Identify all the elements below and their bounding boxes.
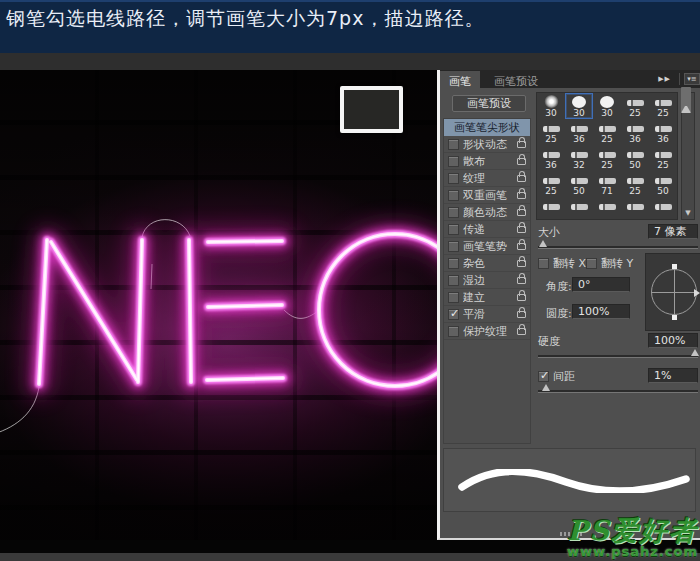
grid-scrollbar[interactable]: ▲ ▼ (681, 92, 695, 220)
brush-tip-cell[interactable]: 36 (537, 145, 565, 171)
tab-brush-presets[interactable]: 画笔预设 (485, 71, 547, 89)
angle-roundness-dial[interactable] (645, 253, 700, 331)
flip-x-box[interactable] (538, 258, 549, 269)
brush-tip-cell[interactable]: 30 (565, 93, 593, 119)
brush-tip-cell[interactable]: 25 (537, 119, 565, 145)
hardness-slider[interactable] (538, 355, 698, 358)
brush-tip-icon (627, 204, 644, 210)
brush-tip-cell[interactable]: 30 (593, 93, 621, 119)
option-checkbox[interactable] (448, 275, 459, 286)
canvas-popup-swatch (340, 86, 403, 133)
option-checkbox[interactable] (448, 326, 459, 337)
spacing-slider[interactable] (538, 390, 698, 393)
option-checkbox[interactable] (448, 190, 459, 201)
flip-y-checkbox[interactable]: 翻转 Y (586, 256, 633, 271)
lock-icon[interactable] (517, 226, 526, 233)
lock-icon[interactable] (517, 141, 526, 148)
lock-icon[interactable] (517, 243, 526, 250)
spacing-checkbox[interactable]: 间距 (538, 369, 575, 384)
panel-tab-bar: 画笔 画笔预设 ▶▶ ▾≡ (440, 70, 700, 88)
lock-icon[interactable] (517, 209, 526, 216)
stroke-preview (443, 448, 696, 512)
brush-tip-cell[interactable]: 30 (537, 93, 565, 119)
brush-tip-cell[interactable]: 25 (621, 93, 649, 119)
lock-icon[interactable] (517, 175, 526, 182)
brush-option-row[interactable]: 杂色 (444, 255, 530, 272)
tab-brush[interactable]: 画笔 (440, 71, 480, 89)
spacing-value-field[interactable]: 1% (648, 368, 698, 383)
size-slider[interactable] (538, 246, 698, 249)
brush-tip-cell[interactable]: 71 (593, 171, 621, 197)
option-checkbox[interactable] (448, 207, 459, 218)
brush-tip-cell[interactable]: 25 (537, 171, 565, 197)
option-checkbox[interactable] (448, 241, 459, 252)
tip-shape-item[interactable]: 画笔笔尖形状 (444, 119, 530, 136)
brush-option-row[interactable]: 传递 (444, 221, 530, 238)
brush-tip-cell[interactable] (593, 197, 621, 220)
option-checkbox[interactable] (448, 309, 459, 320)
option-checkbox[interactable] (448, 224, 459, 235)
spacing-box[interactable] (538, 371, 549, 382)
angle-input[interactable]: 0° (572, 277, 630, 292)
brush-tip-icon (655, 100, 672, 106)
brush-option-row[interactable]: 散布 (444, 153, 530, 170)
roundness-input[interactable]: 100% (572, 304, 630, 319)
lock-icon[interactable] (517, 277, 526, 284)
collapse-panel-icon[interactable]: ▶▶ (658, 75, 671, 83)
size-value-field[interactable]: 7 像素 (648, 224, 698, 239)
brush-presets-button[interactable]: 画笔预设 (452, 95, 526, 112)
brush-tip-cell[interactable]: 25 (649, 145, 677, 171)
panel-menu-icon[interactable]: ▾≡ (684, 73, 700, 85)
tab-separator (679, 73, 680, 85)
lock-icon[interactable] (517, 311, 526, 318)
brush-tip-cell[interactable]: 36 (649, 119, 677, 145)
brush-tip-cell[interactable]: 50 (649, 171, 677, 197)
brush-option-row[interactable]: 画笔笔势 (444, 238, 530, 255)
brush-option-row[interactable]: 保护纹理 (444, 323, 530, 340)
spacing-slider-thumb[interactable] (542, 384, 550, 391)
brush-tip-cell[interactable]: 25 (649, 93, 677, 119)
brush-tip-cell[interactable]: 36 (565, 119, 593, 145)
brush-option-row[interactable]: 双重画笔 (444, 187, 530, 204)
hardness-value-field[interactable]: 100% (648, 333, 698, 348)
brush-tip-cell[interactable] (565, 197, 593, 220)
size-slider-thumb[interactable] (539, 240, 547, 247)
brush-option-row[interactable]: 建立 (444, 289, 530, 306)
brush-tip-cell[interactable]: 25 (593, 145, 621, 171)
brush-option-row[interactable]: 纹理 (444, 170, 530, 187)
brush-tip-cell[interactable] (621, 197, 649, 220)
scrollbar-thumb[interactable] (681, 87, 691, 113)
lock-icon[interactable] (517, 192, 526, 199)
option-checkbox[interactable] (448, 173, 459, 184)
flip-x-checkbox[interactable]: 翻转 X (538, 256, 586, 271)
document-canvas[interactable] (0, 70, 437, 540)
brush-tip-cell[interactable]: 25 (593, 119, 621, 145)
flip-y-box[interactable] (586, 258, 597, 269)
lock-icon[interactable] (517, 328, 526, 335)
lock-icon[interactable] (517, 260, 526, 267)
option-checkbox[interactable] (448, 292, 459, 303)
brush-tip-cell[interactable]: 32 (565, 145, 593, 171)
lock-icon[interactable] (517, 158, 526, 165)
brush-tip-cell[interactable]: 36 (621, 119, 649, 145)
brush-tip-cell[interactable] (537, 197, 565, 220)
brush-option-row[interactable]: 平滑 (444, 306, 530, 323)
brush-tip-cell[interactable]: 50 (565, 171, 593, 197)
brush-tip-cell[interactable] (649, 197, 677, 220)
lock-icon[interactable] (517, 294, 526, 301)
brush-tip-size: 25 (601, 160, 612, 171)
brush-tip-cell[interactable]: 50 (621, 145, 649, 171)
option-checkbox[interactable] (448, 156, 459, 167)
brush-option-row[interactable]: 湿边 (444, 272, 530, 289)
brush-option-row[interactable]: 形状动态 (444, 136, 530, 153)
brush-tip-icon (571, 126, 588, 132)
brush-tip-cell[interactable]: 25 (621, 171, 649, 197)
brush-option-row[interactable]: 颜色动态 (444, 204, 530, 221)
dial-bottom-handle[interactable] (672, 315, 677, 320)
option-checkbox[interactable] (448, 139, 459, 150)
dial-arrow-icon[interactable] (694, 289, 700, 297)
hardness-slider-thumb[interactable] (691, 349, 699, 356)
scroll-down-icon[interactable]: ▼ (685, 208, 690, 219)
dial-top-handle[interactable] (672, 264, 677, 269)
option-checkbox[interactable] (448, 258, 459, 269)
